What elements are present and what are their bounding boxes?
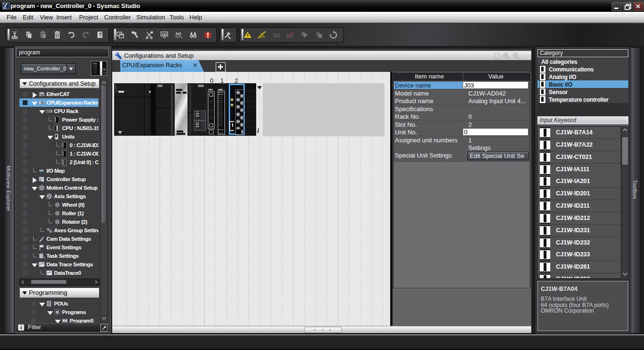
svg-text:?: ? bbox=[98, 32, 101, 38]
svg-text:ECAT: ECAT bbox=[39, 94, 45, 96]
